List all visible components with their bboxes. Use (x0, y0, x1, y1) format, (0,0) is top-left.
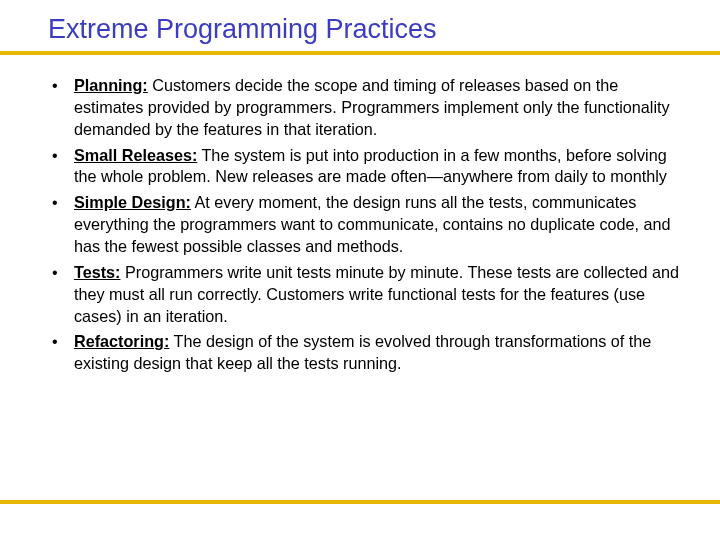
item-label: Refactoring: (74, 332, 169, 350)
item-label: Planning: (74, 76, 148, 94)
divider-bottom-wrap (0, 500, 720, 504)
list-item: Tests: Programmers write unit tests minu… (40, 262, 680, 328)
list-item: Small Releases: The system is put into p… (40, 145, 680, 189)
bullet-list: Planning: Customers decide the scope and… (40, 75, 680, 375)
list-item: Refactoring: The design of the system is… (40, 331, 680, 375)
list-item: Planning: Customers decide the scope and… (40, 75, 680, 141)
slide-title: Extreme Programming Practices (0, 0, 720, 49)
divider-bottom (0, 500, 720, 504)
item-label: Tests: (74, 263, 120, 281)
item-label: Small Releases: (74, 146, 197, 164)
list-item: Simple Design: At every moment, the desi… (40, 192, 680, 258)
content-area: Planning: Customers decide the scope and… (0, 55, 720, 375)
item-text: Customers decide the scope and timing of… (74, 76, 670, 138)
item-label: Simple Design: (74, 193, 191, 211)
item-text: Programmers write unit tests minute by m… (74, 263, 679, 325)
slide: Extreme Programming Practices Planning: … (0, 0, 720, 540)
